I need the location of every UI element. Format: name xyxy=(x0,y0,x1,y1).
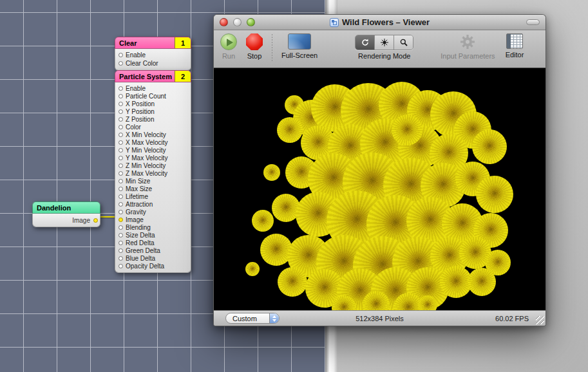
port-circle[interactable] xyxy=(119,125,123,129)
port-image[interactable]: Image xyxy=(115,216,191,223)
stop-button[interactable]: Stop xyxy=(246,30,263,60)
port-gravity[interactable]: Gravity xyxy=(115,208,191,216)
run-button[interactable]: Run xyxy=(220,30,237,60)
port-min-size[interactable]: Min Size xyxy=(115,177,191,185)
render-inspect-segment[interactable] xyxy=(394,35,413,50)
minimize-button[interactable] xyxy=(233,18,242,26)
port-label: Z Min Velocity xyxy=(126,162,166,169)
port-circle[interactable] xyxy=(119,225,123,230)
node-title: Clear xyxy=(115,37,175,48)
viewer-window: Wild Flowers – Viewer Run Stop Full-Scre… xyxy=(213,14,546,326)
port-x-min-velocity[interactable]: X Min Velocity xyxy=(115,131,191,138)
port-circle[interactable] xyxy=(119,53,123,57)
port-circle[interactable] xyxy=(119,233,123,237)
port-lifetime[interactable]: Lifetime xyxy=(115,192,191,200)
port-z-max-velocity[interactable]: Z Max Velocity xyxy=(115,169,191,177)
port-y-min-velocity[interactable]: Y Min Velocity xyxy=(115,146,191,154)
node-order-badge: 1 xyxy=(175,37,191,48)
port-green-delta[interactable]: Green Delta xyxy=(115,246,191,254)
port-circle[interactable] xyxy=(119,187,123,191)
dandelion-flower xyxy=(277,117,303,143)
port-label: Image xyxy=(126,216,144,223)
port-circle[interactable] xyxy=(119,171,123,176)
port-z-position[interactable]: Z Position xyxy=(115,115,191,123)
port-circle[interactable] xyxy=(119,194,123,199)
port-circle[interactable] xyxy=(119,102,123,106)
dandelion-flower xyxy=(476,176,513,213)
port-clear-color[interactable]: Clear Color xyxy=(115,59,191,68)
port-color[interactable]: Color xyxy=(115,123,191,131)
render-particles-segment[interactable] xyxy=(375,35,394,50)
port-circle[interactable] xyxy=(119,248,123,253)
port-label: Blue Delta xyxy=(126,255,155,262)
port-x-position[interactable]: X Position xyxy=(115,100,191,107)
node-clear[interactable]: Clear 1 EnableClear Color xyxy=(115,37,191,71)
node-particle-system[interactable]: Particle System 2 EnableParticle CountX … xyxy=(115,70,191,273)
port-size-delta[interactable]: Size Delta xyxy=(115,231,191,239)
port-label: Max Size xyxy=(126,185,152,192)
port-circle[interactable] xyxy=(93,218,98,223)
port-circle[interactable] xyxy=(119,156,123,160)
port-z-min-velocity[interactable]: Z Min Velocity xyxy=(115,162,191,169)
port-particle-count[interactable]: Particle Count xyxy=(115,92,191,100)
port-circle[interactable] xyxy=(119,140,123,145)
port-image-output[interactable]: Image xyxy=(33,215,100,225)
port-label: Y Position xyxy=(126,108,155,115)
dandelion-flower xyxy=(418,295,437,310)
node-dandelion-header[interactable]: Dandelion xyxy=(32,201,100,214)
port-y-position[interactable]: Y Position xyxy=(115,107,191,115)
node-title: Dandelion xyxy=(33,202,100,213)
port-enable[interactable]: Enable xyxy=(115,51,191,59)
port-circle[interactable] xyxy=(119,256,123,261)
port-label: Y Min Velocity xyxy=(126,147,166,154)
run-icon xyxy=(220,33,237,50)
port-circle[interactable] xyxy=(119,264,123,268)
resize-grip[interactable] xyxy=(536,316,544,324)
port-label: Color xyxy=(126,124,141,131)
port-circle[interactable] xyxy=(119,218,123,222)
port-circle[interactable] xyxy=(119,109,123,114)
screen: Clear 1 EnableClear Color Particle Syste… xyxy=(0,0,588,372)
render-normal-segment[interactable] xyxy=(356,35,375,50)
port-opacity-delta[interactable]: Opacity Delta xyxy=(115,262,191,270)
port-circle[interactable] xyxy=(119,148,123,153)
port-circle[interactable] xyxy=(119,241,123,245)
toolbar-toggle-button[interactable] xyxy=(526,19,540,25)
port-circle[interactable] xyxy=(119,163,123,168)
port-circle[interactable] xyxy=(119,94,123,98)
port-enable[interactable]: Enable xyxy=(115,84,191,92)
port-blending[interactable]: Blending xyxy=(115,223,191,231)
fullscreen-button[interactable]: Full-Screen xyxy=(281,30,318,59)
port-x-max-velocity[interactable]: X Max Velocity xyxy=(115,138,191,146)
port-circle[interactable] xyxy=(119,133,123,137)
editor-button[interactable]: Editor xyxy=(506,30,524,59)
magnifier-icon xyxy=(399,38,408,47)
port-label: Z Position xyxy=(126,116,154,123)
port-label: X Position xyxy=(126,100,155,107)
port-circle[interactable] xyxy=(119,202,123,207)
dandelion-flower xyxy=(252,210,274,232)
port-label: Attraction xyxy=(126,201,153,208)
dandelion-flower xyxy=(245,262,260,276)
port-circle[interactable] xyxy=(119,86,123,91)
port-y-max-velocity[interactable]: Y Max Velocity xyxy=(115,154,191,162)
close-button[interactable] xyxy=(220,18,228,26)
input-parameters-button[interactable]: Input Parameters xyxy=(441,30,495,60)
port-circle[interactable] xyxy=(119,117,123,122)
stop-icon xyxy=(246,33,263,50)
node-particle-system-header[interactable]: Particle System 2 xyxy=(115,70,191,82)
port-red-delta[interactable]: Red Delta xyxy=(115,239,191,246)
render-view[interactable] xyxy=(214,68,545,310)
zoom-button[interactable] xyxy=(247,18,255,26)
port-max-size[interactable]: Max Size xyxy=(115,185,191,192)
port-attraction[interactable]: Attraction xyxy=(115,200,191,208)
rendering-mode-control: Rendering Mode xyxy=(355,30,413,60)
node-clear-header[interactable]: Clear 1 xyxy=(115,37,191,49)
port-circle[interactable] xyxy=(119,179,123,183)
viewer-titlebar[interactable]: Wild Flowers – Viewer xyxy=(214,15,545,30)
node-dandelion[interactable]: Dandelion Image xyxy=(32,201,100,227)
port-circle[interactable] xyxy=(119,210,123,214)
port-circle[interactable] xyxy=(119,61,123,66)
port-blue-delta[interactable]: Blue Delta xyxy=(115,254,191,262)
editor-grid-icon xyxy=(506,33,523,49)
